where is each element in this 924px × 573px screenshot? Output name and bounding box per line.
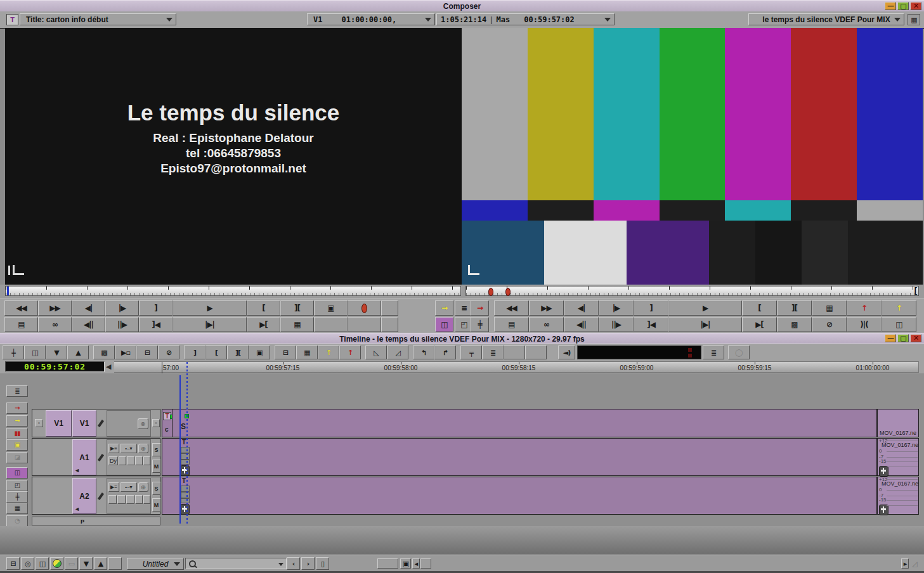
v1-track-button[interactable]: V1 — [72, 410, 96, 437]
source-timecode-selector[interactable]: V1 01:00:00:00, — [307, 13, 435, 25]
search-input[interactable] — [196, 559, 275, 569]
mark-in-button[interactable]: [ — [742, 300, 777, 316]
empty-button[interactable] — [314, 317, 348, 332]
v1-source-patch-button[interactable]: ▫ — [35, 419, 43, 427]
extend-previous-button[interactable]: ↰ — [413, 345, 434, 359]
splice-in-button[interactable]: → — [435, 300, 453, 316]
timeline-timecode-display[interactable]: 00:59:57:02 — [5, 361, 105, 372]
rewind-button[interactable]: ◀◀ — [494, 300, 529, 316]
source-clip-selector[interactable]: Title: carton info début — [20, 13, 176, 25]
a2-effect-cell[interactable] — [135, 495, 143, 504]
overwrite-button[interactable]: → — [471, 300, 489, 316]
track-down-button[interactable]: ▼ — [79, 557, 93, 570]
collapse-arrow-icon[interactable]: ◀ — [106, 363, 111, 371]
mark-out-button[interactable]: ] — [139, 300, 172, 316]
position-indicator[interactable] — [7, 286, 9, 295]
audio-meter[interactable] — [577, 345, 701, 359]
film-frame-button[interactable]: ▦ — [280, 317, 314, 332]
v1-patch[interactable]: V1 — [46, 410, 72, 437]
effect-mode-button[interactable]: ◫ — [6, 467, 28, 479]
film-frame-button[interactable]: ▦ — [812, 300, 847, 316]
add-edit-button[interactable]: )|( — [847, 317, 882, 332]
red-locator-icon[interactable] — [505, 288, 511, 296]
mark-out-button[interactable]: ] — [184, 345, 205, 359]
a1-track-button[interactable]: A1 ◄ — [72, 439, 96, 475]
scrollbar-thumb[interactable] — [420, 558, 431, 569]
mark-in-button[interactable]: [ — [205, 345, 227, 359]
mark-clip-button[interactable]: ][ — [280, 300, 314, 316]
remove-effect-button[interactable]: ⊘ — [158, 345, 179, 359]
a2-effect-cell[interactable] — [117, 495, 126, 504]
find-previous-button[interactable]: ‹ — [287, 557, 300, 570]
mark-out-button[interactable]: ] — [634, 300, 668, 316]
empty-button[interactable] — [525, 345, 547, 359]
mark-clip-button[interactable]: ][ — [777, 300, 812, 316]
source-monitor[interactable]: Le temps du silence Real : Epistophane D… — [5, 28, 462, 285]
focus-bracket-button[interactable]: ▯ — [316, 557, 329, 570]
timeline-ruler[interactable]: 57:00 00:59:57:1500:59:58:0000:59:58:150… — [114, 361, 919, 373]
a2-effect-cell[interactable] — [126, 495, 134, 504]
fast-forward-button[interactable]: ▶▶ — [529, 300, 564, 316]
toggle-source-record-button[interactable]: ◫ — [435, 317, 453, 332]
link-selection-button[interactable]: ∞ — [38, 317, 72, 332]
go-to-in-button[interactable]: ▶[ — [247, 317, 280, 332]
minimize-button[interactable]: — — [885, 2, 896, 10]
record-timecode-selector[interactable]: 1:05:21:14 | Mas 00:59:57:02 — [436, 13, 615, 25]
a1-effect-cell[interactable] — [135, 456, 143, 465]
a1-effect-cell[interactable] — [143, 456, 150, 465]
close-button[interactable]: ✕ — [910, 2, 921, 10]
empty-button[interactable] — [381, 300, 398, 316]
a1-automation-button[interactable]: •–▾ — [120, 444, 137, 453]
a2-effect-cell[interactable] — [108, 495, 117, 504]
video-quality-button[interactable] — [50, 557, 63, 570]
record-button[interactable] — [348, 300, 381, 316]
clear-marks-button[interactable]: ▣ — [249, 345, 270, 359]
a1-monitor-button[interactable]: ◎ — [138, 444, 148, 453]
volume-fader-icon[interactable] — [879, 466, 888, 477]
play-button[interactable]: ▶ — [668, 300, 742, 316]
timeline-search-field[interactable] — [185, 558, 287, 569]
empty-button[interactable] — [348, 317, 381, 332]
rewind-button[interactable]: ◀◀ — [4, 300, 38, 316]
zoom-slider[interactable] — [377, 558, 398, 569]
quick-transition-button[interactable]: ⊟ — [136, 345, 158, 359]
v1-main-clip[interactable]: S — [172, 409, 877, 437]
step-backward-button[interactable]: ◀| — [564, 300, 599, 316]
remove-effect-button[interactable]: ⊘ — [812, 317, 847, 332]
lift-button[interactable]: ↑ — [882, 300, 916, 316]
link-selection-button[interactable]: ∞ — [529, 317, 564, 332]
a2-solo-button[interactable]: S — [152, 482, 160, 495]
v1-monitor-button[interactable]: ◎ — [138, 418, 148, 429]
bin-selector[interactable]: Untitled — [127, 558, 184, 570]
volume-fader-icon[interactable] — [180, 465, 190, 476]
motion-effect-button[interactable]: ▦ — [6, 503, 28, 514]
record-monitor[interactable] — [462, 28, 923, 285]
source-position-bar[interactable] — [5, 286, 461, 296]
render-effect-button[interactable]: ▩ — [93, 345, 115, 359]
a1-solo-button[interactable]: S — [152, 443, 160, 456]
maximize-button[interactable]: ▢ — [897, 334, 909, 342]
clip-name-menu-button[interactable]: ▤ — [4, 317, 38, 332]
timeline-view-menu-button[interactable]: ⊟ — [6, 557, 20, 570]
patch-strip[interactable]: P — [32, 517, 160, 525]
record-position-bar[interactable]: [ — [465, 286, 919, 296]
step-back-ten-button[interactable]: ◀|| — [564, 317, 599, 332]
mark-in-button[interactable]: [ — [247, 300, 280, 316]
playhead-position-line[interactable] — [179, 375, 181, 524]
extend-next-button[interactable]: ↱ — [434, 345, 456, 359]
fast-forward-button[interactable]: ▶▶ — [38, 300, 72, 316]
a1-effect-cell[interactable] — [119, 456, 126, 465]
render-effect-button[interactable]: ▩ — [777, 317, 812, 332]
render-tool-button[interactable]: ◔ — [6, 515, 28, 527]
trim-a-side-button[interactable]: ◺ — [365, 345, 387, 359]
play-in-to-out-button[interactable]: |▶| — [668, 317, 742, 332]
track-up-button[interactable]: ▲ — [94, 557, 107, 570]
a1-right-clip[interactable]: MOV_0167.ne +120-7-15 — [877, 438, 919, 476]
play-button[interactable]: ▶ — [172, 300, 247, 316]
record-standby-button[interactable]: ◯ — [728, 345, 750, 359]
expand-tracks-button[interactable]: ▲ — [67, 345, 89, 359]
timeline-fast-menu-button[interactable]: ≣ — [6, 385, 28, 397]
play-in-to-out-button[interactable]: |▶| — [172, 317, 247, 332]
find-next-button[interactable]: › — [301, 557, 315, 570]
resize-grip-icon[interactable]: ◿ — [912, 560, 916, 567]
